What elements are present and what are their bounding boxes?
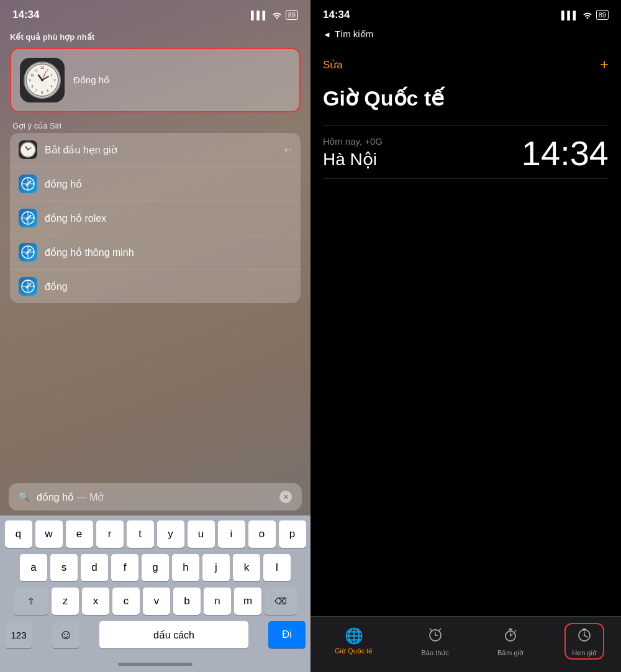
suggestion-item[interactable]: Bắt đầu hẹn giờ ↩: [10, 133, 301, 167]
key-d[interactable]: d: [81, 554, 108, 581]
svg-text:11: 11: [34, 68, 38, 72]
suggestion-label-3: đồng hồ thông minh: [45, 247, 292, 258]
add-button[interactable]: +: [600, 56, 609, 73]
suggestion-label-2: đồng hồ rolex: [45, 212, 292, 224]
key-c[interactable]: c: [112, 588, 140, 615]
svg-point-40: [26, 287, 28, 289]
keyboard-row-1: q w e r t y u i o p: [2, 520, 308, 548]
world-clock-tab-icon: 🌐: [345, 627, 363, 645]
suggestion-item[interactable]: đồng hồ thông minh: [10, 235, 301, 270]
svg-rect-54: [582, 629, 586, 630]
suggestion-safari-icon-1: [19, 175, 37, 193]
battery-icon-left: 89: [286, 10, 298, 20]
signal-icon-left: ▌▌▌: [251, 11, 268, 20]
key-i[interactable]: i: [218, 520, 245, 548]
tab-alarm[interactable]: Báo thức: [414, 623, 456, 660]
key-w[interactable]: w: [35, 520, 63, 548]
key-go[interactable]: Đi: [268, 621, 306, 648]
key-t[interactable]: t: [127, 520, 154, 548]
key-o[interactable]: o: [248, 520, 276, 548]
svg-text:2: 2: [51, 73, 53, 77]
key-x[interactable]: x: [82, 588, 109, 615]
tab-stopwatch[interactable]: Bấm giờ: [490, 623, 531, 660]
suggestion-safari-icon-4: [19, 277, 37, 296]
suggestion-safari-icon-2: [19, 209, 37, 227]
suggestion-list: Bắt đầu hẹn giờ ↩: [10, 133, 301, 303]
svg-text:10: 10: [30, 73, 34, 77]
svg-point-24: [30, 181, 32, 183]
best-match-app-label: Đồng hồ: [73, 75, 109, 86]
status-bar-right: 14:34 ▌▌▌ 89: [310, 0, 621, 26]
key-n[interactable]: n: [204, 588, 231, 615]
key-p[interactable]: p: [279, 520, 306, 548]
key-e[interactable]: e: [66, 520, 93, 548]
divider-bottom: [323, 178, 609, 179]
svg-point-25: [26, 184, 28, 186]
edit-button[interactable]: Sửa: [323, 58, 343, 71]
keyboard-row-3: ⇧ z x c v b n m ⌫: [2, 588, 308, 615]
tab-world-clock[interactable]: 🌐 Giờ Quốc tế: [327, 625, 380, 658]
svg-point-34: [30, 249, 32, 251]
key-y[interactable]: y: [157, 520, 184, 548]
clock-location: Hôm nay, +0G Hà Nội: [323, 136, 383, 170]
key-space[interactable]: dấu cách: [99, 621, 248, 648]
svg-text:12: 12: [40, 66, 45, 70]
key-l[interactable]: l: [263, 554, 291, 581]
key-m[interactable]: m: [234, 588, 261, 615]
key-b[interactable]: b: [173, 588, 201, 615]
svg-text:7: 7: [35, 89, 37, 93]
divider-top: [323, 125, 609, 126]
world-clock-tab-label: Giờ Quốc tế: [335, 647, 373, 655]
key-r[interactable]: r: [96, 520, 124, 548]
tab-timer[interactable]: Hẹn giờ: [564, 623, 604, 660]
svg-point-39: [30, 283, 32, 285]
keyboard-row-2: a s d f g h j k l: [2, 554, 308, 581]
key-f[interactable]: f: [111, 554, 138, 581]
clock-timezone: Hôm nay, +0G: [323, 136, 383, 147]
svg-point-30: [26, 219, 28, 220]
timer-tab-icon: [576, 625, 593, 647]
world-clock-item: Hôm nay, +0G Hà Nội 14:34: [323, 136, 609, 178]
suggestion-item[interactable]: đồng hồ: [10, 167, 301, 201]
clock-city: Hà Nội: [323, 149, 383, 170]
svg-text:1: 1: [47, 68, 49, 72]
key-s[interactable]: s: [50, 554, 78, 581]
left-panel: 14:34 ▌▌▌ 89 Kết quả phù hợp nhất: [0, 0, 310, 672]
wifi-icon-left: [272, 11, 282, 19]
alarm-tab-icon: [427, 625, 444, 647]
best-match-card[interactable]: 12 6 3 9 11 1 2 4 5 7 8 10: [10, 48, 301, 112]
alarm-tab-label: Báo thức: [422, 649, 449, 657]
svg-point-20: [27, 149, 29, 150]
suggestion-clock-icon: [19, 140, 37, 159]
key-a[interactable]: a: [20, 554, 47, 581]
key-q[interactable]: q: [5, 520, 32, 548]
suggestion-item[interactable]: đồng: [10, 270, 301, 303]
key-g[interactable]: g: [142, 554, 169, 581]
key-k[interactable]: k: [233, 554, 260, 581]
right-content: Sửa + Giờ Quốc tế Hôm nay, +0G Hà Nội 14…: [310, 46, 621, 616]
key-emoji[interactable]: ☺: [52, 621, 79, 648]
key-u[interactable]: u: [188, 520, 215, 548]
key-backspace[interactable]: ⌫: [265, 588, 297, 615]
key-h[interactable]: h: [172, 554, 199, 581]
back-label[interactable]: Tìm kiếm: [335, 29, 373, 40]
suggestion-label-0: Bắt đầu hẹn giờ: [45, 144, 277, 156]
key-z[interactable]: z: [52, 588, 79, 615]
status-bar-left: 14:34 ▌▌▌ 89: [0, 0, 310, 26]
suggestion-item[interactable]: đồng hồ rolex: [10, 201, 301, 235]
svg-line-45: [439, 629, 441, 630]
svg-line-44: [430, 629, 432, 630]
home-bar-left: [118, 663, 193, 666]
key-j[interactable]: j: [202, 554, 230, 581]
key-123[interactable]: 123: [5, 621, 32, 648]
search-bar-container: 🔍 đồng hồ — Mở ✕: [0, 478, 310, 515]
signal-icon-right: ▌▌▌: [561, 11, 579, 20]
svg-text:5: 5: [47, 89, 49, 93]
back-icon: ◄: [323, 30, 331, 39]
wifi-icon-right: [582, 11, 592, 19]
svg-point-35: [26, 253, 28, 255]
key-v[interactable]: v: [143, 588, 170, 615]
search-bar[interactable]: 🔍 đồng hồ — Mở ✕: [9, 483, 302, 511]
search-clear-button[interactable]: ✕: [279, 491, 292, 503]
key-shift[interactable]: ⇧: [14, 588, 48, 615]
